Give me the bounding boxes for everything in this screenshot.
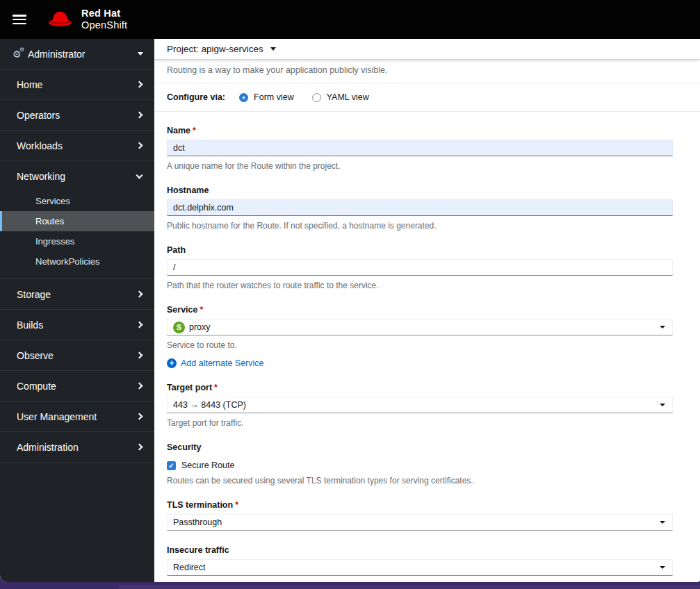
tls-termination-value: Passthrough bbox=[173, 517, 222, 527]
caret-down-icon[interactable] bbox=[270, 47, 276, 51]
sidebar-item-administration[interactable]: Administration bbox=[0, 432, 154, 462]
sidebar-item-services[interactable]: Services bbox=[0, 191, 154, 211]
masthead: Red Hat OpenShift bbox=[0, 0, 700, 39]
service-select[interactable]: S proxy bbox=[167, 319, 673, 335]
sidebar-item-ingresses[interactable]: Ingresses bbox=[0, 231, 154, 251]
target-port-select[interactable]: 443 → 8443 (TCP) bbox=[167, 397, 673, 413]
name-field-group: Name* A unique name for the Route within… bbox=[167, 126, 673, 171]
security-helper: Routes can be secured using several TLS … bbox=[167, 476, 673, 486]
chevron-right-icon bbox=[136, 413, 143, 420]
service-label: Service* bbox=[167, 305, 673, 315]
sidebar-item-networking[interactable]: Networking bbox=[0, 161, 154, 191]
brand-text: Red Hat OpenShift bbox=[81, 8, 127, 31]
security-label: Security bbox=[167, 442, 673, 452]
sidebar-item-routes[interactable]: Routes bbox=[0, 211, 154, 231]
required-asterisk: * bbox=[214, 383, 218, 392]
cogs-icon: ⚙⚙ bbox=[13, 49, 26, 60]
name-label: Name* bbox=[167, 126, 673, 135]
checkbox-checked-icon[interactable]: ✓ bbox=[167, 461, 176, 470]
caret-down-icon bbox=[138, 52, 143, 56]
sidebar-item-observe[interactable]: Observe bbox=[0, 340, 154, 370]
caret-down-icon bbox=[660, 326, 665, 329]
chevron-right-icon bbox=[136, 352, 143, 359]
hamburger-menu-icon[interactable] bbox=[13, 15, 26, 24]
security-section: Security ✓ Secure Route Routes can be se… bbox=[167, 442, 673, 486]
hostname-input[interactable] bbox=[167, 199, 673, 216]
path-helper: Path that the router watches to route tr… bbox=[167, 281, 673, 290]
secure-route-checkbox-row[interactable]: ✓ Secure Route bbox=[167, 461, 673, 470]
radio-selected-icon bbox=[239, 93, 248, 102]
path-field-group: Path Path that the router watches to rou… bbox=[167, 245, 673, 290]
hostname-label: Hostname bbox=[167, 185, 673, 195]
caret-down-icon bbox=[660, 404, 665, 406]
route-description: Routing is a way to make your applicatio… bbox=[154, 60, 700, 83]
tls-termination-select[interactable]: Passthrough bbox=[167, 514, 673, 531]
sidebar-item-user-management[interactable]: User Management bbox=[0, 401, 154, 431]
create-route-form: Name* A unique name for the Route within… bbox=[154, 112, 700, 582]
openshift-console-window: Red Hat OpenShift ⚙⚙ Administrator Home … bbox=[0, 0, 700, 582]
networking-sublist: Services Routes Ingresses NetworkPolicie… bbox=[0, 191, 154, 279]
brand-line2: OpenShift bbox=[81, 19, 127, 31]
name-helper: A unique name for the Route within the p… bbox=[167, 161, 673, 171]
plus-circle-icon: + bbox=[167, 358, 177, 368]
radio-unselected-icon bbox=[312, 93, 321, 102]
sidebar-item-storage[interactable]: Storage bbox=[0, 279, 154, 309]
brand-line1: Red Hat bbox=[81, 8, 127, 19]
service-field-group: Service* S proxy Service to route to. bbox=[167, 305, 673, 350]
insecure-traffic-value: Redirect bbox=[173, 563, 206, 572]
insecure-traffic-field-group: Insecure traffic Redirect Policy for tra… bbox=[167, 545, 673, 582]
sidebar-item-compute[interactable]: Compute bbox=[0, 371, 154, 401]
target-port-label: Target port* bbox=[167, 383, 673, 392]
chevron-down-icon bbox=[136, 172, 143, 179]
insecure-traffic-helper: Policy for traffic on insecure schemes l… bbox=[167, 581, 673, 582]
service-badge-icon: S bbox=[173, 322, 185, 333]
chevron-right-icon bbox=[136, 444, 143, 451]
tls-termination-label: TLS termination* bbox=[167, 500, 673, 510]
tls-termination-field-group: TLS termination* Passthrough bbox=[167, 500, 673, 531]
service-helper: Service to route to. bbox=[167, 340, 673, 350]
sidebar-item-workloads[interactable]: Workloads bbox=[0, 131, 154, 160]
insecure-traffic-label: Insecure traffic bbox=[167, 545, 673, 555]
sidebar-item-builds[interactable]: Builds bbox=[0, 310, 154, 340]
configure-via-row: Configure via: Form view YAML view bbox=[154, 83, 700, 112]
target-port-value: 443 → 8443 (TCP) bbox=[173, 400, 246, 410]
secure-route-label: Secure Route bbox=[181, 461, 234, 470]
chevron-right-icon bbox=[136, 112, 143, 119]
chevron-right-icon bbox=[136, 291, 143, 298]
add-alternate-service-link[interactable]: + Add alternate Service bbox=[167, 358, 673, 368]
sidebar-item-home[interactable]: Home bbox=[0, 69, 154, 99]
target-port-field-group: Target port* 443 → 8443 (TCP) Target por… bbox=[167, 383, 673, 428]
redhat-fedora-icon bbox=[46, 10, 75, 29]
name-input[interactable] bbox=[167, 140, 673, 156]
desktop-background-strip bbox=[118, 585, 700, 589]
path-label: Path bbox=[167, 245, 673, 255]
required-asterisk: * bbox=[200, 305, 203, 315]
chevron-right-icon bbox=[136, 142, 143, 149]
caret-down-icon bbox=[660, 566, 665, 569]
nav-list: Home Operators Workloads Networking Serv… bbox=[0, 69, 154, 463]
target-port-helper: Target port for traffic. bbox=[167, 418, 673, 428]
required-asterisk: * bbox=[235, 500, 238, 510]
perspective-switcher[interactable]: ⚙⚙ Administrator bbox=[0, 39, 154, 69]
hostname-helper: Public hostname for the Route. If not sp… bbox=[167, 221, 673, 231]
radio-yaml-view[interactable]: YAML view bbox=[312, 92, 369, 102]
main-content: Project: apigw-services Routing is a way… bbox=[154, 39, 700, 582]
radio-form-view[interactable]: Form view bbox=[239, 92, 294, 102]
chevron-right-icon bbox=[136, 322, 143, 329]
insecure-traffic-select[interactable]: Redirect bbox=[167, 559, 673, 576]
chevron-right-icon bbox=[136, 383, 143, 390]
hostname-field-group: Hostname Public hostname for the Route. … bbox=[167, 185, 673, 231]
required-asterisk: * bbox=[193, 126, 196, 135]
brand-logo: Red Hat OpenShift bbox=[46, 8, 127, 31]
path-input[interactable] bbox=[167, 259, 673, 276]
chevron-right-icon bbox=[136, 81, 143, 88]
caret-down-icon bbox=[660, 521, 665, 524]
service-value: proxy bbox=[189, 322, 211, 332]
sidebar-nav: ⚙⚙ Administrator Home Operators Workload… bbox=[0, 39, 154, 582]
sidebar-item-operators[interactable]: Operators bbox=[0, 100, 154, 130]
sidebar-item-networkpolicies[interactable]: NetworkPolicies bbox=[0, 251, 154, 272]
project-selector[interactable]: Project: apigw-services bbox=[167, 44, 263, 54]
configure-via-label: Configure via: bbox=[167, 92, 225, 102]
perspective-label: Administrator bbox=[28, 49, 138, 60]
project-bar: Project: apigw-services bbox=[154, 39, 700, 60]
